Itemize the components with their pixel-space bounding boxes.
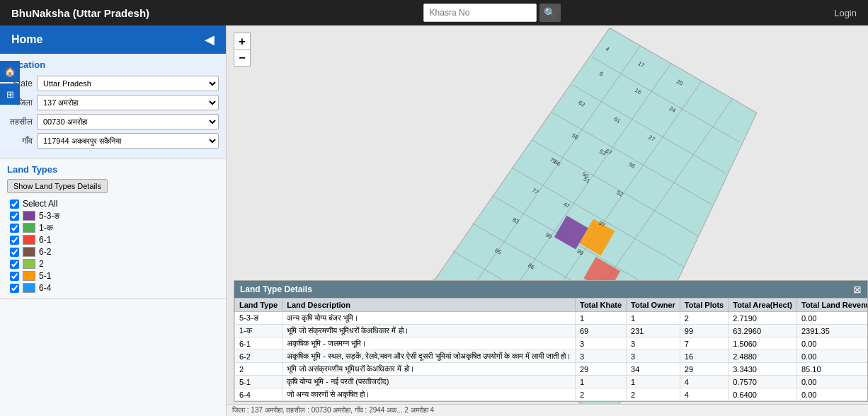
tehsil-label: तहसील xyxy=(7,117,33,127)
zoom-out-button[interactable]: − xyxy=(234,50,251,67)
cell-revenue: 2391.35 xyxy=(797,325,868,337)
district-row: जिला 137 अमरोहा xyxy=(7,95,219,110)
sidebar-icon-home[interactable]: 🏠 xyxy=(0,61,20,82)
map-area[interactable]: + − xyxy=(227,25,868,416)
cell-desc: जो अन्य कारणों से अकृषित हो। xyxy=(282,388,576,401)
app-title: BhuNaksha (Uttar Pradesh) xyxy=(11,7,149,19)
cell-revenue: 0.00 xyxy=(797,350,868,363)
cell-owner: 34 xyxy=(627,363,680,376)
land-type-checkbox-1[interactable] xyxy=(10,224,19,233)
land-type-item-0: 5-3-ङ xyxy=(10,211,219,221)
cell-plots: 4 xyxy=(680,376,728,388)
cell-type: 5-3-ङ xyxy=(235,312,282,325)
search-input[interactable] xyxy=(423,4,537,22)
land-details-header: Land Type Details ⊠ xyxy=(234,281,867,298)
land-type-swatch-6 xyxy=(23,283,35,293)
location-section: Location State Uttar Pradesh जिला 137 अम… xyxy=(0,54,226,158)
table-row: 6-2 अकृषिक भूमि - स्थल, सड़कें, रेलवे,भव… xyxy=(235,350,868,363)
land-details-table: Land Type Land Description Total Khate T… xyxy=(234,298,867,401)
land-type-swatch-4 xyxy=(23,259,35,269)
cell-revenue: 0.00 xyxy=(797,376,868,388)
status-text: जिला : 137 अमरोहा, तहसील : 00730 अमरोहा,… xyxy=(232,406,434,414)
sidebar-icon-layers[interactable]: ⊞ xyxy=(0,83,20,105)
sidebar-header: Home ◀ xyxy=(0,25,226,54)
cell-area: 2.7190 xyxy=(729,312,797,325)
col-land-type: Land Type xyxy=(235,299,282,312)
cell-plots: 2 xyxy=(680,312,728,325)
main-layout: Home ◀ 🏠 ⊞ Location State Uttar Pradesh … xyxy=(0,25,868,416)
sidebar: Home ◀ 🏠 ⊞ Location State Uttar Pradesh … xyxy=(0,25,227,416)
land-type-checkbox-5[interactable] xyxy=(10,272,19,281)
land-type-label-4: 2 xyxy=(39,259,44,269)
login-button[interactable]: Login xyxy=(834,8,857,18)
land-type-item-2: 6-1 xyxy=(10,235,219,245)
table-row: 6-4 जो अन्य कारणों से अकृषित हो। 2 2 4 0… xyxy=(235,388,868,401)
table-row: 5-3-ङ अन्य कृषि योग्य बंजर भूमि। 1 1 2 2… xyxy=(235,312,868,325)
land-type-label-0: 5-3-ङ xyxy=(39,211,59,221)
land-type-swatch-0 xyxy=(23,211,35,221)
home-label: Home xyxy=(11,33,42,46)
search-button[interactable]: 🔍 xyxy=(539,4,561,22)
land-details-close-button[interactable]: ⊠ xyxy=(853,284,862,295)
cell-desc: भूमि जो असंक्रमणीय भूमिधरों केअधिकार में… xyxy=(282,363,576,376)
land-type-checkbox-0[interactable] xyxy=(10,212,19,221)
select-all-checkbox[interactable] xyxy=(10,200,19,209)
land-type-label-5: 5-1 xyxy=(39,271,51,281)
land-type-item-4: 2 xyxy=(10,259,219,269)
col-total-revenue: Total Land Revenue xyxy=(797,299,868,312)
state-select[interactable]: Uttar Pradesh xyxy=(37,76,219,91)
cell-plots: 7 xyxy=(680,337,728,350)
land-type-checkbox-2[interactable] xyxy=(10,236,19,245)
cell-area: 2.4880 xyxy=(729,350,797,363)
cell-owner: 3 xyxy=(627,350,680,363)
cell-owner: 3 xyxy=(627,337,680,350)
col-total-owner: Total Owner xyxy=(627,299,680,312)
zoom-in-button[interactable]: + xyxy=(234,33,251,50)
status-bar: जिला : 137 अमरोहा, तहसील : 00730 अमरोहा,… xyxy=(227,404,868,416)
sidebar-toggle-button[interactable]: ◀ xyxy=(205,32,215,47)
land-type-checkbox-4[interactable] xyxy=(10,260,19,269)
table-row: 6-1 अकृषिक भूमि - जलमग्न भूमि। 3 3 7 1.5… xyxy=(235,337,868,350)
cell-area: 0.7570 xyxy=(729,376,797,388)
select-all-row: Select All xyxy=(10,199,219,209)
cell-type: 1-क xyxy=(235,325,282,337)
location-title: Location xyxy=(7,59,219,70)
cell-khate: 3 xyxy=(576,350,627,363)
cell-area: 63.2960 xyxy=(729,325,797,337)
cell-khate: 1 xyxy=(576,376,627,388)
cell-khate: 1 xyxy=(576,312,627,325)
land-type-swatch-3 xyxy=(23,247,35,257)
col-total-plots: Total Plots xyxy=(680,299,728,312)
cell-desc: अकृषिक भूमि - स्थल, सड़कें, रेलवे,भवन और… xyxy=(282,350,576,363)
land-details-title: Land Type Details xyxy=(240,284,312,294)
cell-revenue: 85.10 xyxy=(797,363,868,376)
tehsil-row: तहसील 00730 अमरोहा xyxy=(7,114,219,129)
show-land-types-details-button[interactable]: Show Land Types Details xyxy=(7,179,108,193)
land-type-label-2: 6-1 xyxy=(39,235,51,245)
select-all-label: Select All xyxy=(23,199,57,209)
search-bar: 🔍 xyxy=(423,4,561,22)
col-total-area: Total Area(Hect) xyxy=(729,299,797,312)
cell-area: 0.6400 xyxy=(729,388,797,401)
cell-type: 6-1 xyxy=(235,337,282,350)
land-type-swatch-2 xyxy=(23,235,35,245)
land-type-label-6: 6-4 xyxy=(39,283,51,293)
land-type-swatch-5 xyxy=(23,271,35,281)
cell-desc: अन्य कृषि योग्य बंजर भूमि। xyxy=(282,312,576,325)
land-type-item-1: 1-क xyxy=(10,223,219,233)
village-select[interactable]: 117944 अकबरपुर सकैनिया xyxy=(37,133,219,149)
land-type-item-3: 6-2 xyxy=(10,247,219,257)
tehsil-select[interactable]: 00730 अमरोहा xyxy=(37,114,219,129)
zoom-controls: + − xyxy=(234,33,251,67)
cell-khate: 2 xyxy=(576,388,627,401)
land-type-checkbox-6[interactable] xyxy=(10,284,19,293)
village-label: गाँव xyxy=(7,136,33,146)
district-select[interactable]: 137 अमरोहा xyxy=(37,95,219,110)
col-total-khate: Total Khate xyxy=(576,299,627,312)
cell-type: 6-4 xyxy=(235,388,282,401)
cell-owner: 2 xyxy=(627,388,680,401)
state-row: State Uttar Pradesh xyxy=(7,76,219,91)
land-type-checkbox-3[interactable] xyxy=(10,248,19,257)
cell-type: 5-1 xyxy=(235,376,282,388)
col-land-desc: Land Description xyxy=(282,299,576,312)
